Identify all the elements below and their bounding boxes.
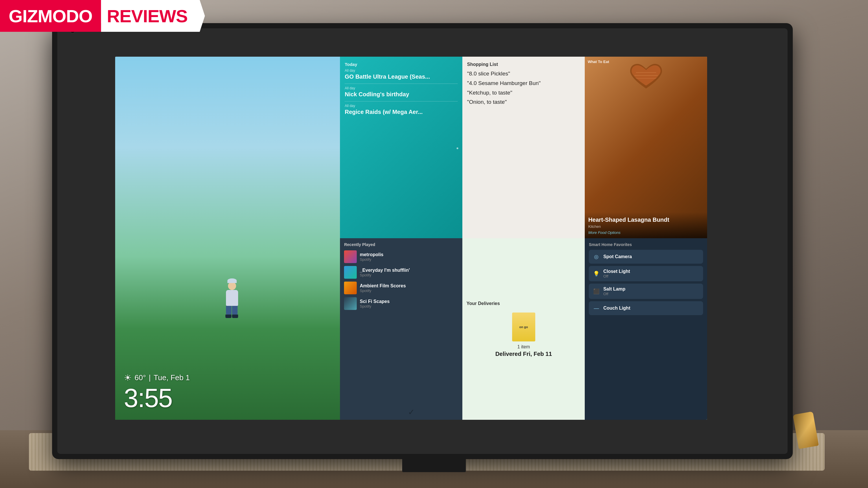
gizmodo-logo: GIZMODO (0, 0, 101, 32)
music-title-3: Ambient Film Scores (360, 283, 458, 289)
calendar-label: Today (345, 62, 458, 67)
reviews-block: REVIEWS (101, 0, 205, 32)
food-source: Kitchen (588, 224, 704, 229)
smart-info-salt: Salt Lamp Off (603, 287, 700, 296)
couch-light-icon: — (592, 304, 600, 312)
music-title-1: metropolis (360, 252, 458, 257)
tv-stand (402, 458, 466, 472)
food-visual (627, 62, 665, 94)
music-item-3[interactable]: Ambient Film Scores Spotify (344, 282, 458, 294)
smarthome-title: Smart Home Favorites (589, 242, 703, 247)
weather-time-overlay: ☀ 60° | Tue, Feb 1 3:55 (124, 372, 190, 411)
music-item-4[interactable]: Sci Fi Scapes Spotify (344, 297, 458, 310)
shopping-item-2: "4.0 Sesame Hamburger Bun" (467, 80, 580, 87)
music-info-2: _Everyday I'm shufflin' Spotify (360, 268, 458, 277)
music-title: Recently Played (344, 242, 458, 247)
panel-deliveries[interactable]: Your Deliveries on go 1 item Delivered F… (462, 238, 585, 420)
gizmodo-banner: GIZMODO REVIEWS (0, 0, 205, 32)
shopping-item-1: "8.0 slice Pickles" (467, 70, 580, 77)
food-title: Heart-Shaped Lasagna Bundt (588, 216, 704, 223)
shopping-item-3: "Ketchup, to taste" (467, 90, 580, 96)
smart-status-salt: Off (603, 292, 700, 296)
smart-name-salt: Salt Lamp (603, 287, 700, 292)
light-icon: 💡 (592, 270, 600, 278)
delivery-box: on go (512, 313, 535, 341)
smart-status-closet: Off (603, 274, 700, 279)
cal-event-2-title: Nick Codling's birthday (345, 91, 458, 98)
music-item-2[interactable]: _Everyday I'm shufflin' Spotify (344, 266, 458, 279)
panel-smarthome[interactable]: Smart Home Favorites ◎ Spot Camera 💡 Clo… (585, 238, 707, 420)
smart-info-camera: Spot Camera (603, 254, 700, 259)
gizmodo-name: GIZMODO (9, 6, 92, 26)
right-panels-grid: Today All day GO Battle Ultra League (Se… (340, 57, 707, 420)
smart-name-couch: Couch Light (603, 305, 700, 311)
music-thumb-4 (344, 297, 357, 310)
music-title-2: _Everyday I'm shufflin' (360, 268, 458, 273)
cal-event-1-title: GO Battle Ultra League (Seas... (345, 73, 458, 80)
music-info-3: Ambient Film Scores Spotify (360, 283, 458, 293)
delivery-count: 1 item (517, 344, 530, 350)
smart-name-camera: Spot Camera (603, 254, 700, 259)
cal-event-3-title: Regice Raids (w/ Mega Aer... (345, 108, 458, 116)
lamp-icon: ⬛ (592, 287, 600, 295)
delivery-date: Delivered Fri, Feb 11 (495, 351, 552, 357)
time-display: 3:55 (124, 385, 190, 411)
cal-event-1-time: All day (345, 68, 458, 72)
scroll-indicator (457, 148, 458, 149)
cal-event-2: All day Nick Codling's birthday (345, 86, 458, 98)
sky-background (115, 57, 340, 420)
smart-info-couch: Couch Light (603, 305, 700, 311)
smart-item-salt-lamp[interactable]: ⬛ Salt Lamp Off (589, 284, 703, 299)
echo-show-screen[interactable]: ☀ 60° | Tue, Feb 1 3:55 Today All day GO… (115, 57, 707, 420)
music-info-1: metropolis Spotify (360, 252, 458, 262)
left-panel-photo: ☀ 60° | Tue, Feb 1 3:55 (115, 57, 340, 420)
food-more-link[interactable]: More Food Options (588, 230, 704, 235)
date-display: Tue, Feb 1 (154, 373, 190, 382)
weather-row: ☀ 60° | Tue, Feb 1 (124, 372, 190, 383)
delivery-checkmark-icon: ✓ (408, 408, 414, 417)
cal-event-3-time: All day (345, 104, 458, 108)
music-source-2: Spotify (360, 273, 458, 277)
food-overlay: Heart-Shaped Lasagna Bundt Kitchen More … (585, 212, 707, 238)
cal-event-1: All day GO Battle Ultra League (Seas... (345, 68, 458, 80)
tv-frame: ☀ 60° | Tue, Feb 1 3:55 Today All day GO… (52, 23, 793, 459)
music-source-3: Spotify (360, 289, 458, 293)
panel-shopping[interactable]: Shopping List "8.0 slice Pickles" "4.0 S… (462, 57, 585, 238)
panel-food[interactable]: What To Eat Heart-Shaped Lasagna Bundt K… (585, 57, 707, 238)
shopping-item-4: "Onion, to taste" (467, 99, 580, 105)
smart-info-closet: Closet Light Off (603, 269, 700, 279)
separator: | (149, 373, 151, 382)
food-label-top: What To Eat (588, 60, 609, 64)
panel-calendar[interactable]: Today All day GO Battle Ultra League (Se… (340, 57, 462, 238)
music-item-1[interactable]: metropolis Spotify (344, 250, 458, 263)
delivery-box-label: on go (519, 325, 528, 329)
music-thumb-2 (344, 266, 357, 279)
reviews-label: REVIEWS (107, 6, 187, 26)
tv-inner: ☀ 60° | Tue, Feb 1 3:55 Today All day GO… (57, 28, 787, 454)
cal-event-2-time: All day (345, 86, 458, 90)
music-info-4: Sci Fi Scapes Spotify (360, 299, 458, 308)
music-source-4: Spotify (360, 304, 458, 308)
camera-icon: ◎ (592, 253, 600, 261)
music-title-4: Sci Fi Scapes (360, 299, 458, 304)
deliveries-title: Your Deliveries (466, 301, 500, 306)
smart-item-spot-camera[interactable]: ◎ Spot Camera (589, 250, 703, 264)
smart-item-closet-light[interactable]: 💡 Closet Light Off (589, 266, 703, 281)
cal-event-3: All day Regice Raids (w/ Mega Aer... (345, 104, 458, 116)
smart-item-couch-light[interactable]: — Couch Light (589, 301, 703, 315)
music-thumb-3 (344, 282, 357, 294)
panel-music[interactable]: Recently Played metropolis Spotify _Ever… (340, 238, 462, 420)
temperature: 60° (134, 373, 146, 382)
smart-name-closet: Closet Light (603, 269, 700, 274)
food-image-bg (585, 57, 707, 238)
shopping-title: Shopping List (467, 62, 580, 67)
sun-icon: ☀ (124, 372, 132, 383)
music-source-1: Spotify (360, 257, 458, 262)
music-thumb-1 (344, 250, 357, 263)
